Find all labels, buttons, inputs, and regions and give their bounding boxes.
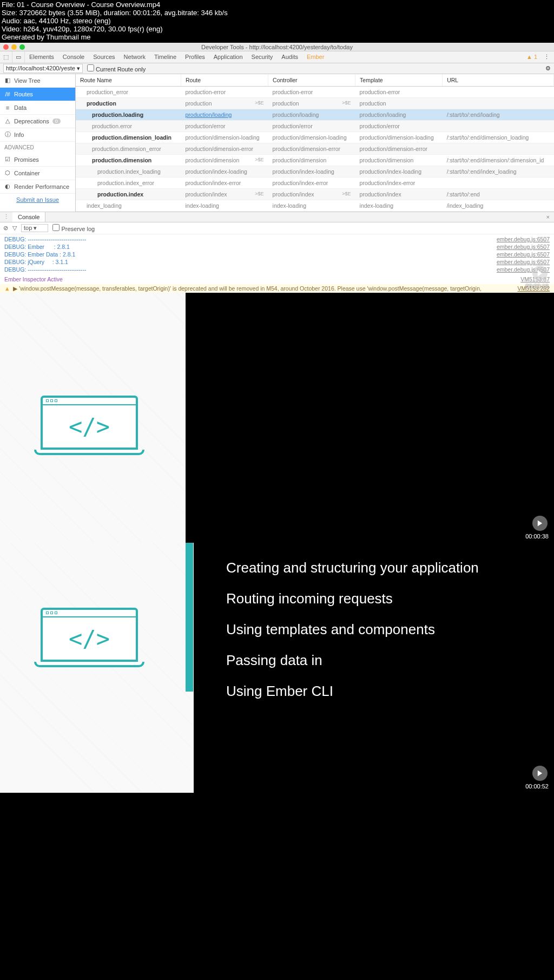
table-row[interactable]: production_errorproduction-errorproducti… [76, 86, 554, 97]
warning-icon: ▲ [4, 285, 10, 293]
window-titlebar: Developer Tools - http://localhost:4200/… [0, 43, 554, 51]
console-warning: ▲ ▶ 'window.postMessage(message, transfe… [0, 284, 554, 293]
ember-subbar: http://localhost:4200/yeste ▾ Current Ro… [0, 63, 554, 74]
ember-sidebar: ◧View Tree /#Routes ≡Data △Deprecations0… [0, 74, 76, 212]
tree-icon: ◧ [4, 77, 11, 84]
thumbnail-2: </> 00:00:38 [0, 293, 554, 543]
url-selector[interactable]: http://localhost:4200/yeste ▾ [3, 64, 83, 73]
tab-ember[interactable]: Ember [302, 54, 328, 60]
play-icon [532, 766, 548, 781]
tab-profiles[interactable]: Profiles [181, 54, 209, 60]
sidebar-promises[interactable]: ☑Promises [0, 153, 75, 167]
hash-icon: /# [4, 91, 11, 97]
sidebar-data[interactable]: ≡Data [0, 101, 75, 115]
maximize-window-icon[interactable] [19, 44, 25, 50]
slide-bullets: Creating and structuring your applicatio… [226, 553, 479, 707]
table-row[interactable]: index_loadingindex-loadingindex-loadingi… [76, 200, 554, 211]
tab-application[interactable]: Application [209, 54, 247, 60]
thumbnail-3: </> Creating and structuring your applic… [0, 543, 554, 793]
meta-video: Video: h264, yuv420p, 1280x720, 30.00 fp… [2, 25, 552, 34]
console-active-line: Ember Inspector ActiveVM5153:87 [0, 274, 554, 284]
window-title: Developer Tools - http://localhost:4200/… [201, 44, 353, 50]
laptop-icon: </> [41, 608, 138, 667]
tab-console[interactable]: Console [58, 54, 89, 60]
table-row[interactable]: productionproduction>$Eproduction>$Eprod… [76, 97, 554, 109]
console-drawer-tabs: ⋮ Console × [0, 212, 554, 222]
sidebar-info[interactable]: ⓘInfo [0, 128, 75, 142]
table-row[interactable]: production.dimensionproduction/dimension… [76, 154, 554, 166]
play-icon [532, 516, 548, 531]
table-row[interactable]: production.indexproduction/index>$Eprodu… [76, 188, 554, 200]
context-selector[interactable]: top ▾ [21, 224, 48, 232]
slide-art-left: </> [0, 543, 194, 793]
accent-bar [186, 543, 193, 692]
th-url[interactable]: URL [443, 74, 554, 87]
gauge-icon: ◐ [4, 183, 11, 190]
video-metadata: File: 01 - Course Overview - Course Over… [0, 0, 554, 43]
tab-elements[interactable]: Elements [25, 54, 58, 60]
table-row[interactable]: production.dimension_loadinproduction/di… [76, 131, 554, 143]
sidebar-view-tree[interactable]: ◧View Tree [0, 74, 75, 88]
minimize-window-icon[interactable] [11, 44, 17, 50]
inspect-element-icon[interactable]: ⬚ [0, 51, 12, 63]
slide-content-right: 00:00:38 [186, 293, 554, 543]
table-row[interactable]: production.index_errorproduction/index-e… [76, 177, 554, 188]
drawer-menu-icon[interactable]: ⋮ [0, 213, 12, 220]
clear-console-icon[interactable]: ⊘ [3, 225, 8, 232]
bullet-1: Creating and structuring your applicatio… [226, 553, 479, 583]
info-icon: ⓘ [4, 131, 11, 138]
timestamp-3: 00:00:52 [525, 783, 549, 790]
filter-icon[interactable]: ▽ [12, 225, 17, 232]
th-template[interactable]: Template [355, 74, 443, 87]
console-tab[interactable]: Console [12, 212, 45, 222]
console-output: DEBUG: -------------------------------em… [0, 234, 554, 274]
bullet-2: Routing incoming requests [226, 583, 479, 614]
meta-size: Size: 3720662 bytes (3.55 MiB), duration… [2, 9, 552, 17]
tab-security[interactable]: Security [247, 54, 278, 60]
th-controller[interactable]: Controller [268, 74, 355, 87]
check-icon: ☑ [4, 156, 11, 163]
sidebar-advanced-label: ADVANCED [0, 142, 75, 153]
tab-network[interactable]: Network [120, 54, 150, 60]
more-icon[interactable]: ⋮ [539, 54, 554, 61]
meta-audio: Audio: aac, 44100 Hz, stereo (eng) [2, 17, 552, 25]
box-icon: ⬡ [4, 170, 11, 176]
tab-timeline[interactable]: Timeline [150, 54, 181, 60]
settings-icon[interactable]: ⚙ [545, 65, 551, 72]
preserve-log-checkbox[interactable]: Preserve log [52, 224, 95, 232]
routes-table: Route Name Route Controller Template URL… [76, 74, 554, 212]
sidebar-container[interactable]: ⬡Container [0, 167, 75, 180]
table-row[interactable]: production.errorproduction/errorproducti… [76, 120, 554, 131]
sidebar-routes[interactable]: /#Routes [0, 88, 75, 101]
bullet-3: Using templates and components [226, 614, 479, 645]
sidebar-render-perf[interactable]: ◐Render Performance [0, 180, 75, 194]
devtools-window: Developer Tools - http://localhost:4200/… [0, 43, 554, 293]
current-route-checkbox[interactable]: Current Route only [87, 64, 146, 73]
console-toolbar: ⊘ ▽ top ▾ Preserve log [0, 222, 554, 234]
warning-icon: △ [4, 118, 11, 124]
slide-art-left: </> [0, 293, 186, 543]
devtools-tabbar: ⬚ ▭ Elements Console Sources Network Tim… [0, 51, 554, 63]
sidebar-deprecations[interactable]: △Deprecations0 [0, 115, 75, 128]
slide-content-right: Creating and structuring your applicatio… [194, 543, 554, 793]
laptop-icon: </> [41, 396, 138, 455]
th-route-name[interactable]: Route Name [76, 74, 181, 87]
table-row[interactable]: production.loadingproduction/loadingprod… [76, 109, 554, 120]
timestamp-2: 00:00:38 [525, 533, 549, 540]
meta-file: File: 01 - Course Overview - Course Over… [2, 1, 552, 9]
device-toggle-icon[interactable]: ▭ [12, 51, 25, 63]
table-row[interactable]: production.index_loadingproduction/index… [76, 166, 554, 177]
bullet-5: Using Ember CLI [226, 676, 479, 707]
warning-badge[interactable]: ▲ 1 [526, 54, 537, 60]
th-route[interactable]: Route [181, 74, 268, 87]
submit-issue-link[interactable]: Submit an Issue [0, 194, 75, 206]
tab-sources[interactable]: Sources [89, 54, 119, 60]
close-drawer-icon[interactable]: × [542, 214, 554, 220]
tab-audits[interactable]: Audits [277, 54, 302, 60]
traffic-lights[interactable] [3, 44, 25, 50]
database-icon: ≡ [4, 104, 11, 111]
bullet-4: Passing data in [226, 645, 479, 676]
timestamp-1: 00:00:18 [525, 283, 549, 290]
table-row[interactable]: production.dimension_errorproduction/dim… [76, 143, 554, 154]
close-window-icon[interactable] [3, 44, 9, 50]
